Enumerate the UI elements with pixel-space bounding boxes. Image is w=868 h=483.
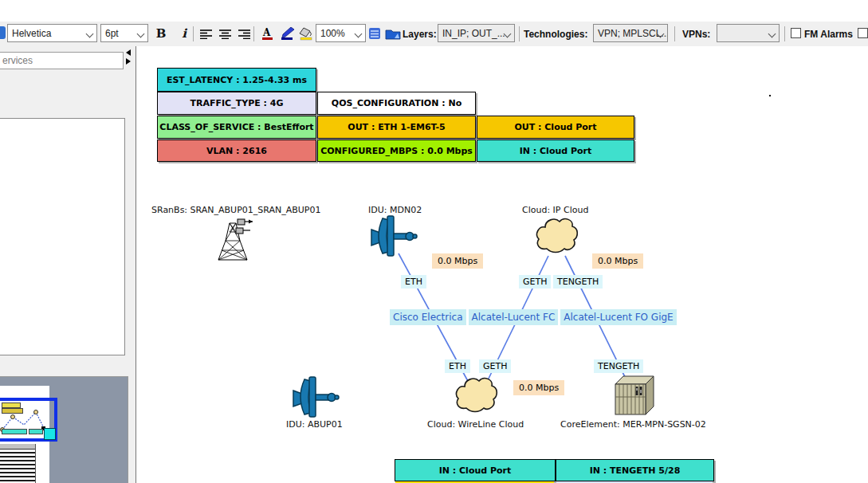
rate-label: 0.0 Mbps [513, 380, 564, 395]
link-lines [0, 0, 868, 483]
port-label-geth-bottom: GETH [479, 359, 511, 373]
link-name-strip: Cisco Electrica Alcatel-Lucent FC Alcate… [390, 309, 677, 325]
table-cell-traffic-type: TRAFFIC_TYPE : 4G [157, 92, 316, 115]
rate-label: 0.0 Mbps [592, 253, 643, 269]
node-label-wireline-cloud: Cloud: WireLine Cloud [427, 419, 524, 430]
stray-dot [769, 95, 771, 96]
microwave-idu-icon[interactable] [370, 214, 419, 258]
rate-label: 0.0 Mbps [432, 253, 483, 269]
link-name-alu-fc[interactable]: Alcatel-Lucent FC [469, 309, 559, 325]
node-label-idu-abup01: IDU: ABUP01 [286, 419, 343, 430]
table-cell-in-cloud-port: IN : Cloud Port [477, 139, 634, 162]
port-label-eth-bottom: ETH [445, 359, 470, 373]
cloud-icon[interactable] [532, 214, 579, 258]
table-cell-out-cloud-port: OUT : Cloud Port [477, 116, 634, 139]
link-name-alu-fo-gige[interactable]: Alcatel-Lucent FO GigE [560, 309, 676, 325]
canvas-stage: EST_LATENCY : 1.25-4.33 ms TRAFFIC_TYPE … [0, 0, 868, 483]
table-cell-est-latency: EST_LATENCY : 1.25-4.33 ms [157, 68, 316, 92]
table-cell-configured-mbps: CONFIGURED_MBPS : 0.0 Mbps [317, 139, 476, 162]
core-element-icon[interactable] [611, 373, 657, 418]
table-cell-out-eth: OUT : ETH 1-EM6T-5 [317, 116, 476, 139]
table-cell-vlan: VLAN : 2616 [157, 139, 316, 162]
cloud-icon[interactable] [452, 373, 500, 418]
radio-tower-icon[interactable] [214, 217, 253, 263]
node-label-sranbs: SRanBs: SRAN_ABUP01_SRAN_ABUP01 [151, 205, 320, 215]
node-label-core-element: CoreElement: MER-MPN-SGSN-02 [560, 419, 706, 430]
link-name-cisco[interactable]: Cisco Electrica [390, 309, 466, 325]
table-cell-class-of-service: CLASS_OF_SERVICE : BestEffort [157, 116, 316, 139]
port-label-tengeth-top: TENGETH [553, 275, 603, 289]
port-label-eth-top: ETH [401, 275, 426, 289]
table-cell-qos-configuration: QOS_CONFIGURATION : No [317, 92, 476, 115]
port-label-tengeth-bottom: TENGETH [594, 359, 643, 373]
table-cell-in-tengeth: IN : TENGETH 5/28 [556, 459, 714, 481]
port-label-geth-top: GETH [519, 275, 551, 289]
microwave-idu-icon[interactable] [292, 375, 341, 419]
table-cell-in-cloud-port-bottom: IN : Cloud Port [395, 459, 556, 481]
